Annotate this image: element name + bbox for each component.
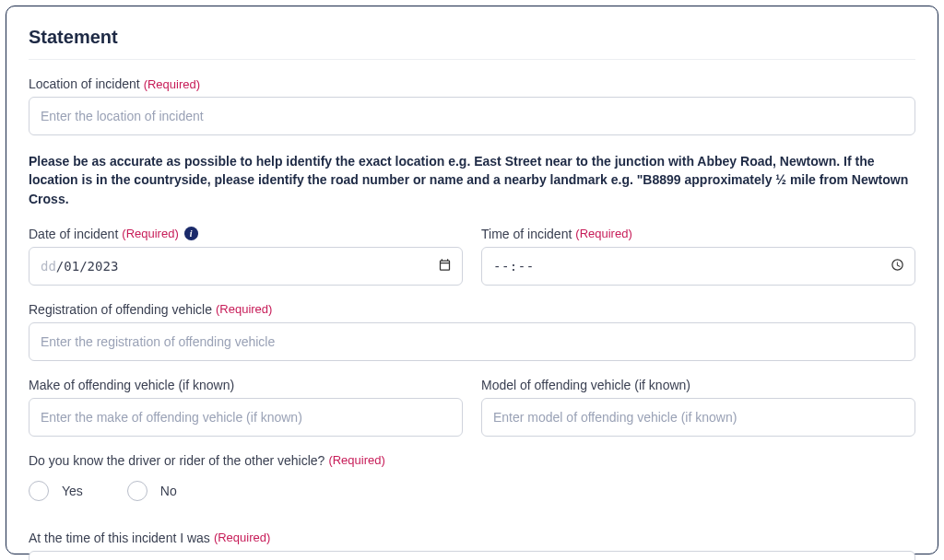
required-marker: (Required) [575, 227, 631, 240]
date-label: Date of incident (Required) i [29, 227, 463, 241]
location-input[interactable] [29, 97, 915, 135]
date-time-row: Date of incident (Required) i dd/01/2023… [29, 227, 915, 286]
know-driver-label: Do you know the driver or rider of the o… [29, 453, 915, 468]
at-time-select[interactable]: Select an option [29, 551, 915, 560]
model-label: Model of offending vehicle (if known) [481, 378, 915, 392]
know-driver-options: Yes No [29, 481, 915, 501]
radio-circle-icon [29, 481, 49, 501]
make-input[interactable] [29, 398, 463, 437]
time-label: Time of incident (Required) [481, 227, 915, 241]
required-marker: (Required) [216, 302, 272, 316]
label-text: At the time of this incident I was [29, 531, 210, 545]
make-label: Make of offending vehicle (if known) [29, 378, 463, 392]
location-field: Location of incident (Required) [29, 76, 915, 135]
required-marker: (Required) [214, 531, 270, 544]
label-text: Do you know the driver or rider of the o… [29, 453, 324, 468]
time-field: Time of incident (Required) --:-- [481, 227, 915, 286]
registration-field: Registration of offending vehicle (Requi… [29, 302, 915, 361]
model-input[interactable] [481, 398, 915, 437]
required-marker: (Required) [122, 227, 178, 240]
location-label: Location of incident (Required) [29, 76, 915, 91]
divider [29, 59, 915, 60]
radio-no[interactable]: No [127, 481, 177, 501]
location-helper-text: Please be as accurate as possible to hel… [29, 152, 915, 208]
registration-label: Registration of offending vehicle (Requi… [29, 302, 915, 317]
date-input[interactable]: dd/01/2023 [29, 247, 463, 286]
know-driver-field: Do you know the driver or rider of the o… [29, 453, 915, 501]
at-time-field: At the time of this incident I was (Requ… [29, 531, 915, 560]
label-text: Registration of offending vehicle [29, 302, 212, 317]
radio-no-label: No [160, 484, 177, 498]
info-icon[interactable]: i [184, 227, 198, 240]
required-marker: (Required) [144, 77, 200, 91]
at-time-label: At the time of this incident I was (Requ… [29, 531, 915, 545]
model-field: Model of offending vehicle (if known) [481, 378, 915, 437]
registration-input[interactable] [29, 322, 915, 361]
time-input[interactable]: --:-- [481, 247, 915, 286]
radio-yes[interactable]: Yes [29, 481, 83, 501]
radio-circle-icon [127, 481, 148, 501]
make-field: Make of offending vehicle (if known) [29, 378, 463, 437]
panel-title: Statement [29, 27, 915, 48]
label-text: Date of incident [29, 227, 118, 241]
date-field: Date of incident (Required) i dd/01/2023 [29, 227, 463, 286]
statement-panel: Statement Location of incident (Required… [6, 6, 938, 554]
radio-yes-label: Yes [62, 484, 83, 498]
required-marker: (Required) [328, 453, 384, 467]
label-text: Location of incident [29, 76, 140, 91]
label-text: Time of incident [481, 227, 572, 241]
make-model-row: Make of offending vehicle (if known) Mod… [29, 378, 915, 437]
